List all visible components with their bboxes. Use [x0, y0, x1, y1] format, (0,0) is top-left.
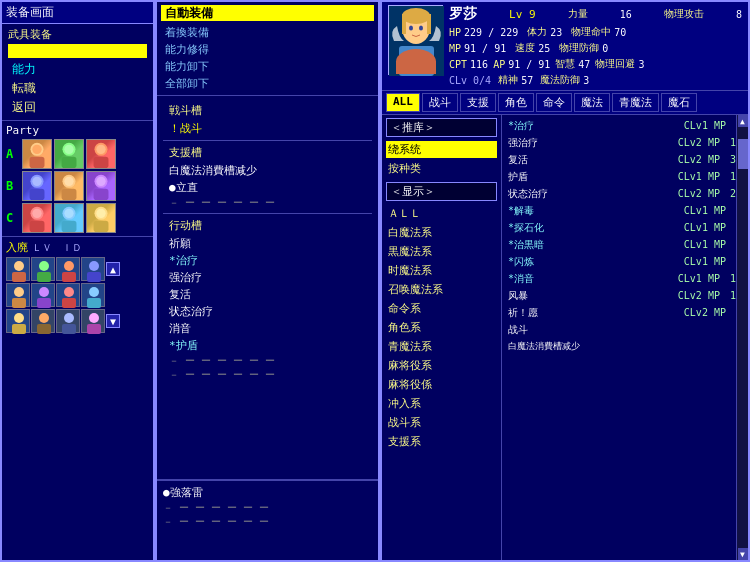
- tab-command[interactable]: 命令: [536, 93, 572, 112]
- tab-magicite[interactable]: 魔石: [661, 93, 697, 112]
- avatar-b3[interactable]: [86, 171, 116, 201]
- action-revive[interactable]: 复活: [169, 286, 366, 303]
- skill-row-whiteredu[interactable]: 白魔法消費槽减少: [506, 339, 744, 354]
- bench-avatar-a2[interactable]: [31, 257, 55, 281]
- action-silence[interactable]: 消音: [169, 320, 366, 337]
- hp-label: HP: [449, 27, 461, 38]
- action-strongheal[interactable]: 强治疗: [169, 269, 366, 286]
- skill-row-stone[interactable]: *探石化 CLv1 MP 8: [506, 220, 744, 236]
- display-blackma[interactable]: 黒魔法系: [386, 243, 497, 260]
- display-rush[interactable]: 冲入系: [386, 395, 497, 412]
- bench-avatar-d3[interactable]: [81, 309, 105, 333]
- category-system[interactable]: 绕系统: [386, 141, 497, 158]
- display-bluema[interactable]: 青魔法系: [386, 338, 497, 355]
- sub-menu-remove-all[interactable]: 全部卸下: [161, 75, 374, 92]
- bench-avatar-c2[interactable]: [81, 283, 105, 307]
- menu-item-ability[interactable]: 能力: [8, 60, 147, 79]
- skill-name-battle2: 战斗: [508, 323, 528, 337]
- avatar-b1[interactable]: [22, 171, 52, 201]
- skill-row-flash[interactable]: *闪炼 CLv1 MP 1: [506, 254, 744, 270]
- ap-label: AP: [493, 59, 505, 70]
- bench-avatar-d2[interactable]: [56, 309, 80, 333]
- avatar-c1[interactable]: [22, 203, 52, 233]
- avatar-a1[interactable]: [22, 139, 52, 169]
- bench-scroll-up[interactable]: ▲: [106, 262, 120, 276]
- display-mahjong2[interactable]: 麻将役係: [386, 376, 497, 393]
- tab-support[interactable]: 支援: [460, 93, 496, 112]
- display-all[interactable]: ＡＬＬ: [386, 205, 497, 222]
- skill-row-revive[interactable]: 复活 CLv2 MP 30: [506, 152, 744, 168]
- bench-avatar-d1[interactable]: [31, 309, 55, 333]
- stat-val-spi: 57: [521, 75, 533, 86]
- action-shield[interactable]: *护盾: [169, 337, 366, 354]
- sub-menu-ability-remove[interactable]: 能力卸下: [161, 58, 374, 75]
- hp-val: 229 / 229: [464, 27, 518, 38]
- bench-avatar-a1[interactable]: [6, 257, 30, 281]
- bench-row-1: ▲: [6, 257, 149, 281]
- tab-all[interactable]: ALL: [386, 93, 420, 112]
- bench-avatar-b3[interactable]: [31, 283, 55, 307]
- action-heal[interactable]: *治疗: [169, 252, 366, 269]
- bench-avatar-c3[interactable]: [6, 309, 30, 333]
- display-support[interactable]: 支援系: [386, 433, 497, 450]
- skill-row-stateheal[interactable]: 状态治疗 CLv2 MP 20: [506, 186, 744, 202]
- action-thunder[interactable]: ●強落雷: [163, 484, 372, 501]
- combat-val-hit: 70: [614, 27, 626, 38]
- skills-scrollbar[interactable]: ▲ ▼: [736, 115, 748, 560]
- tab-magic[interactable]: 魔法: [574, 93, 610, 112]
- skill-row-shield[interactable]: 护盾 CLv1 MP 15: [506, 169, 744, 185]
- sub-menu-swap[interactable]: 着換装備: [161, 24, 374, 41]
- action-stateheal[interactable]: 状态治疗: [169, 303, 366, 320]
- support-liqzhi[interactable]: ●立直: [169, 179, 366, 196]
- avatar-a3[interactable]: [86, 139, 116, 169]
- support-whitema[interactable]: 白魔法消費槽减少: [169, 162, 366, 179]
- display-char[interactable]: 角色系: [386, 319, 497, 336]
- bench-avatar-a3[interactable]: [56, 257, 80, 281]
- tab-character[interactable]: 角色: [498, 93, 534, 112]
- combat-label-atk: 物理攻击: [664, 7, 704, 21]
- skill-row-wind[interactable]: 风暴 CLv2 MP 10: [506, 288, 744, 304]
- display-whitema[interactable]: 白魔法系: [386, 224, 497, 241]
- menu-item-job[interactable]: 転職: [8, 79, 147, 98]
- bench-avatar-c1[interactable]: [56, 283, 80, 307]
- skill-row-battle2[interactable]: 战斗: [506, 322, 744, 338]
- char-header: 罗莎 Lv 9 力量 16 物理攻击 8 HP 229 / 229 体力 23 …: [382, 2, 748, 91]
- menu-item-back[interactable]: 返回: [8, 98, 147, 117]
- skill-tabs: ALL 战斗 支援 角色 命令 魔法 青魔法 魔石: [382, 91, 748, 115]
- skill-row-prayer[interactable]: 祈！愿 CLv2 MP 5: [506, 305, 744, 321]
- display-battle[interactable]: 战斗系: [386, 414, 497, 431]
- tab-blue-magic[interactable]: 青魔法: [612, 93, 659, 112]
- scroll-thumb[interactable]: [738, 139, 748, 169]
- tab-battle[interactable]: 战斗: [422, 93, 458, 112]
- bench-scroll-down[interactable]: ▼: [106, 314, 120, 328]
- mp-label: MP: [449, 43, 461, 54]
- dash5: － ー ー ー ー ー ー: [163, 515, 372, 529]
- skill-row-detox[interactable]: *解毒 CLv1 MP 8: [506, 203, 744, 219]
- skill-row-darkness[interactable]: *治黒暗 CLv1 MP 8: [506, 237, 744, 253]
- display-summon[interactable]: 召唤魔法系: [386, 281, 497, 298]
- action-prayer[interactable]: 祈願: [169, 235, 366, 252]
- action-slot-section: 行动槽 祈願 *治疗 强治疗 复活 状态治疗 消音 *护盾 － ー ー ー ー …: [163, 215, 372, 385]
- battle-fight[interactable]: ！战斗: [169, 120, 366, 137]
- bench-avatar-b2[interactable]: [6, 283, 30, 307]
- avatar-c3[interactable]: [86, 203, 116, 233]
- bench-avatar-b1[interactable]: [81, 257, 105, 281]
- sub-menu-ability-learn[interactable]: 能力修得: [161, 41, 374, 58]
- skill-categories-area: 戦斗槽 ！战斗 支援槽 白魔法消費槽减少 ●立直 － ー ー ー ー ー ー 行…: [157, 96, 378, 480]
- avatar-a2[interactable]: [54, 139, 84, 169]
- skill-cost-heal: CLv1 MP 8: [684, 119, 742, 133]
- skill-row-heal[interactable]: *治疗 CLv1 MP 8: [506, 118, 744, 134]
- display-command[interactable]: 命令系: [386, 300, 497, 317]
- avatar-b2[interactable]: [54, 171, 84, 201]
- display-mahjong1[interactable]: 麻将役系: [386, 357, 497, 374]
- avatar-c2[interactable]: [54, 203, 84, 233]
- scroll-arrow-up[interactable]: ▲: [738, 115, 748, 127]
- display-timema[interactable]: 时魔法系: [386, 262, 497, 279]
- category-type[interactable]: 按种类: [386, 160, 497, 177]
- skill-row-silence[interactable]: *消音 CLv1 MP 12: [506, 271, 744, 287]
- scroll-arrow-down[interactable]: ▼: [738, 548, 748, 560]
- svg-rect-1: [30, 157, 45, 168]
- svg-point-43: [14, 313, 24, 323]
- skill-row-strongheal[interactable]: 强治疗 CLv2 MP 15: [506, 135, 744, 151]
- menu-items: 能力 転職 返回: [8, 60, 147, 117]
